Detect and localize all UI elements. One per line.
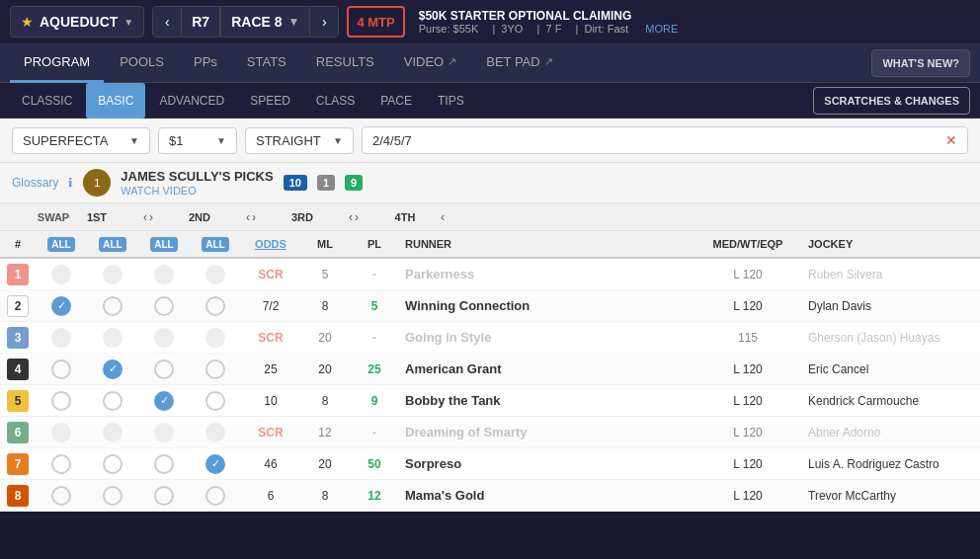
pos2-cell[interactable] xyxy=(87,296,138,316)
subtab-class[interactable]: CLASS xyxy=(304,83,367,119)
med-cell: L 120 xyxy=(694,268,802,281)
pos3-cell[interactable] xyxy=(138,423,190,442)
pos3-cell[interactable] xyxy=(138,296,190,316)
tab-video[interactable]: VIDEO ↗ xyxy=(390,43,470,83)
pos1-cell[interactable] xyxy=(36,423,87,442)
pos1-cell[interactable] xyxy=(36,265,87,284)
pos3-cell[interactable] xyxy=(138,391,190,411)
tab-pools[interactable]: POOLS xyxy=(106,43,178,83)
swap-left-2-icon[interactable]: ‹ xyxy=(246,210,250,224)
pos4-circle[interactable] xyxy=(205,454,225,474)
pos1-cell[interactable] xyxy=(36,391,87,411)
pos1-circle-empty[interactable] xyxy=(51,486,71,506)
pos4-circle-empty[interactable] xyxy=(205,486,225,506)
pos3-cell[interactable] xyxy=(138,454,190,474)
pos2-circle-empty[interactable] xyxy=(103,391,122,411)
pos2-cell[interactable] xyxy=(87,359,138,379)
pos1-cell[interactable] xyxy=(36,486,87,506)
pos4-circle-empty[interactable] xyxy=(205,391,225,411)
pos-3rd-header: 3RD xyxy=(277,211,328,223)
th-all-3[interactable]: ALL xyxy=(138,237,190,252)
pos2-circle-empty[interactable] xyxy=(103,486,122,506)
pos1-cell[interactable] xyxy=(36,328,87,348)
pos3-cell[interactable] xyxy=(138,486,190,506)
pos2-cell[interactable] xyxy=(87,423,138,442)
pos1-cell[interactable] xyxy=(36,359,87,379)
horse-number-cell: 7 xyxy=(0,448,36,480)
pos3-circle[interactable] xyxy=(154,391,174,411)
prev-race-button[interactable]: ‹ xyxy=(153,6,181,38)
swap-right-icon[interactable]: › xyxy=(149,210,153,224)
med-cell: L 120 xyxy=(694,299,802,313)
runner-name: Bobby the Tank xyxy=(399,393,694,408)
tab-pps[interactable]: PPs xyxy=(180,43,231,83)
pos4-cell[interactable] xyxy=(190,359,241,379)
pos3-cell[interactable] xyxy=(138,265,190,284)
th-all-2[interactable]: ALL xyxy=(87,237,138,252)
table-row: 8 6 8 12 Mama's Gold L 120 Trevor McCart… xyxy=(0,480,980,512)
clear-selection-button[interactable]: ✕ xyxy=(945,132,957,148)
bet-type-dropdown[interactable]: SUPERFECTA ▼ xyxy=(12,127,150,154)
pos3-circle-empty[interactable] xyxy=(154,296,174,316)
pos4-circle-empty[interactable] xyxy=(205,296,225,316)
info-icon[interactable]: ℹ xyxy=(68,176,73,190)
pos4-cell[interactable] xyxy=(190,423,241,442)
subtab-classic[interactable]: CLASSIC xyxy=(10,83,84,119)
pos1-cell[interactable] xyxy=(36,296,87,316)
pos1-circle-empty[interactable] xyxy=(51,454,71,474)
pos2-circle[interactable] xyxy=(103,359,122,379)
pos3-circle-empty[interactable] xyxy=(154,359,174,379)
pos2-cell[interactable] xyxy=(87,328,138,348)
selection-input[interactable]: 2/4/5/7 ✕ xyxy=(362,126,968,154)
pos4-circle-empty[interactable] xyxy=(205,359,225,379)
pos1-circle-empty[interactable] xyxy=(51,391,71,411)
tab-program[interactable]: PROGRAM xyxy=(10,43,104,83)
pos4-cell[interactable] xyxy=(190,328,241,348)
pos3-cell[interactable] xyxy=(138,328,190,348)
tab-stats[interactable]: STATS xyxy=(233,43,300,83)
pos2-cell[interactable] xyxy=(87,486,138,506)
pos1-cell[interactable] xyxy=(36,454,87,474)
amount-dropdown[interactable]: $1 ▼ xyxy=(158,127,237,154)
whats-new-button[interactable]: WHAT'S NEW? xyxy=(871,49,970,77)
pos1-circle[interactable] xyxy=(51,296,71,316)
track-selector[interactable]: ★ AQUEDUCT ▼ xyxy=(10,6,144,38)
swap-left-3-icon[interactable]: ‹ xyxy=(349,210,353,224)
pos2-cell[interactable] xyxy=(87,265,138,284)
pos4-cell[interactable] xyxy=(190,391,241,411)
pos4-cell[interactable] xyxy=(190,296,241,316)
swap-left-4-icon[interactable]: ‹ xyxy=(441,210,445,224)
pos3-cell[interactable] xyxy=(138,359,190,379)
pos3-circle-empty[interactable] xyxy=(154,454,174,474)
pos3-circle-empty[interactable] xyxy=(154,486,174,506)
watch-video-link[interactable]: WATCH VIDEO xyxy=(121,185,273,197)
swap-right-3-icon[interactable]: › xyxy=(355,210,359,224)
subtab-pace[interactable]: PACE xyxy=(368,83,424,119)
subtab-tips[interactable]: TIPS xyxy=(426,83,476,119)
horse-number-badge: 5 xyxy=(7,390,29,412)
pos4-cell[interactable] xyxy=(190,454,241,474)
scratches-changes-button[interactable]: SCRATCHES & CHANGES xyxy=(813,87,970,115)
subtab-basic[interactable]: BASIC xyxy=(86,83,145,119)
swap-left-icon[interactable]: ‹ xyxy=(143,210,147,224)
glossary-label[interactable]: Glossary xyxy=(12,176,58,190)
th-odds[interactable]: ODDS xyxy=(241,238,300,250)
pos1-circle-empty[interactable] xyxy=(51,359,71,379)
next-race-button[interactable]: › xyxy=(310,6,338,38)
odds-cell: 46 xyxy=(241,457,300,471)
pos2-circle-empty[interactable] xyxy=(103,296,122,316)
swap-right-2-icon[interactable]: › xyxy=(252,210,256,224)
straight-dropdown[interactable]: STRAIGHT ▼ xyxy=(245,127,354,154)
th-all-4[interactable]: ALL xyxy=(190,237,241,252)
pos2-circle-empty[interactable] xyxy=(103,454,122,474)
pos4-cell[interactable] xyxy=(190,265,241,284)
th-all-1[interactable]: ALL xyxy=(36,237,87,252)
subtab-speed[interactable]: SPEED xyxy=(238,83,302,119)
tab-results[interactable]: RESULTS xyxy=(302,43,388,83)
pos2-cell[interactable] xyxy=(87,391,138,411)
pos2-cell[interactable] xyxy=(87,454,138,474)
tab-betpad[interactable]: BET PAD ↗ xyxy=(472,43,566,83)
pos4-cell[interactable] xyxy=(190,486,241,506)
subtab-advanced[interactable]: ADVANCED xyxy=(147,83,236,119)
more-link[interactable]: MORE xyxy=(645,23,678,35)
